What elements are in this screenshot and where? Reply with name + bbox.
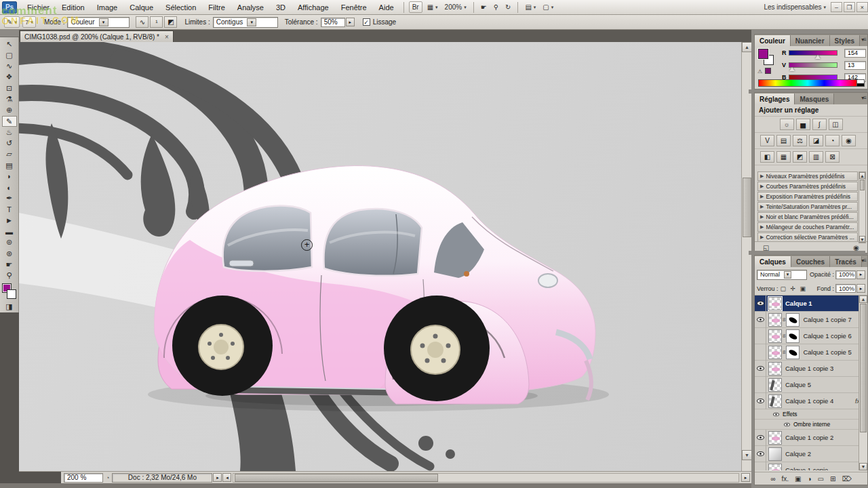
layer-row[interactable]: Calque 2 — [755, 446, 867, 462]
scroll-thumb[interactable] — [860, 180, 865, 190]
vertical-scrollbar[interactable]: ▲ ▼ — [741, 42, 751, 471]
pen-tool[interactable]: ✒ — [2, 193, 17, 204]
rotate-view-button[interactable]: ↻ — [504, 1, 512, 13]
menu-calque[interactable]: Calque — [123, 1, 159, 14]
photoshop-logo[interactable]: Ps — [2, 1, 17, 14]
adjustment-layer-icon[interactable]: ◑ — [808, 475, 812, 483]
layer-row[interactable]: Calque 1 copie 3 — [755, 361, 867, 377]
zoom-percent-input[interactable]: 200 % — [64, 473, 103, 483]
zoom-level-dropdown[interactable]: 200%▾ — [443, 1, 468, 13]
link-layers-icon[interactable]: ∞ — [770, 475, 775, 483]
visibility-toggle[interactable] — [755, 446, 766, 462]
scroll-down-icon[interactable]: ▼ — [859, 463, 867, 470]
visibility-toggle[interactable] — [755, 296, 766, 312]
add-mask-icon[interactable]: ▣ — [795, 475, 801, 483]
preset-item[interactable]: ▶Courbes Paramètres prédéfinis — [757, 182, 858, 191]
slider-marker[interactable] — [789, 67, 795, 71]
opacity-input[interactable]: 100% — [835, 270, 856, 279]
menu-fichier[interactable]: Fichier — [21, 1, 56, 14]
preset-item[interactable]: ▶Niveaux Paramètres prédéfinis — [757, 171, 858, 181]
couleur-tab-styles[interactable]: Styles — [830, 35, 860, 46]
hand-tool-button[interactable]: ☛ — [479, 1, 488, 13]
layer-thumbnail[interactable] — [768, 378, 782, 392]
spot-healing-tool[interactable]: ⊕ — [2, 105, 17, 116]
type-tool[interactable]: T — [2, 204, 17, 215]
layer-thumbnail[interactable] — [768, 447, 782, 461]
mode-select[interactable]: Couleur▾ — [67, 17, 130, 28]
restore-button[interactable]: ❐ — [844, 2, 855, 12]
scroll-up-icon[interactable]: ▲ — [742, 42, 752, 52]
screen-mode-button[interactable]: ▢▾ — [541, 1, 555, 13]
lasso-tool[interactable]: ∿ — [2, 61, 17, 72]
visibility-eye-icon[interactable] — [773, 412, 779, 416]
menu-aide[interactable]: Aide — [373, 1, 400, 14]
brightness-contrast-icon[interactable]: ☼ — [780, 119, 794, 130]
layer-row[interactable]: Calque 1 copie — [755, 462, 867, 470]
layer-row[interactable]: 8Calque 1 copie 6 — [755, 328, 867, 344]
panel-menu-icon[interactable]: ▾≡ — [861, 258, 866, 264]
preset-item[interactable]: ▶Exposition Paramètres prédéfinis — [757, 192, 858, 201]
new-layer-icon[interactable]: ⊞ — [830, 475, 835, 483]
exposure-icon[interactable]: ◫ — [829, 119, 843, 130]
path-selection-tool[interactable]: ► — [2, 215, 17, 226]
menu-fenêtre[interactable]: Fenêtre — [335, 1, 373, 14]
marquee-tool[interactable]: ▢ — [2, 49, 17, 60]
history-brush-tool[interactable]: ↺ — [2, 138, 17, 148]
horizontal-scrollbar[interactable] — [233, 473, 739, 483]
couleur-tab-couleur[interactable]: Couleur — [755, 35, 791, 46]
layer-thumbnail[interactable] — [768, 329, 782, 343]
limits-select[interactable]: Contigus▾ — [213, 17, 278, 28]
black-white-ramp[interactable] — [856, 79, 865, 87]
blur-tool[interactable]: ◗ — [2, 171, 17, 182]
black-white-icon[interactable]: ◪ — [809, 135, 823, 146]
3d-rotate-tool[interactable]: ⊚ — [2, 237, 17, 248]
dodge-tool[interactable]: ◐ — [2, 182, 17, 193]
gradient-map-icon[interactable]: ▥ — [809, 151, 823, 163]
color-balance-icon[interactable]: ⚖ — [793, 135, 807, 146]
photo-filter-icon[interactable]: ◔ — [825, 135, 840, 146]
layer-row[interactable]: Calque 5 — [755, 377, 867, 393]
layer-mask-thumbnail[interactable] — [786, 346, 800, 359]
channel-slider-r[interactable] — [789, 50, 837, 56]
scroll-down-icon[interactable]: ▼ — [742, 450, 752, 460]
selective-color-icon[interactable]: ⊠ — [825, 151, 840, 163]
slider-marker[interactable] — [815, 55, 821, 59]
layer-mask-thumbnail[interactable] — [786, 329, 800, 343]
visibility-toggle[interactable] — [755, 393, 766, 409]
hscroll-right-icon[interactable]: ▸ — [741, 473, 750, 482]
eyedropper-tool[interactable]: ⚗ — [2, 94, 17, 104]
preset-scrollbar[interactable]: ▲ ▼ — [859, 171, 866, 243]
sampling-once-icon[interactable]: ¹ — [150, 16, 163, 28]
menu-edition[interactable]: Edition — [56, 1, 91, 14]
vertical-scroll-thumb[interactable] — [743, 178, 751, 237]
layer-mask-thumbnail[interactable] — [786, 313, 800, 327]
layer-thumbnail[interactable] — [768, 394, 782, 408]
menu-sélection[interactable]: Sélection — [159, 1, 202, 14]
visibility-toggle[interactable] — [755, 344, 766, 361]
move-tool[interactable]: ↖ — [2, 39, 17, 49]
fill-input[interactable]: 100% — [835, 284, 856, 293]
channel-value-input[interactable]: 154 — [844, 49, 866, 58]
lock-buttons[interactable]: ▢ ✛ ▣ — [781, 285, 808, 292]
workspace-switcher[interactable]: Les indispensables▾ — [762, 1, 827, 13]
smoothing-checkbox[interactable]: ✓ — [363, 18, 370, 26]
visibility-toggle[interactable] — [755, 430, 766, 446]
layer-row[interactable]: Calque 1 copie 4fx ▴ — [755, 393, 867, 409]
tolerance-slider-button[interactable]: ▸ — [346, 18, 355, 26]
layer-thumbnail[interactable] — [768, 431, 782, 445]
sampling-continuous-icon[interactable]: ∿ — [136, 16, 149, 28]
fill-slider-button[interactable]: ▸ — [856, 284, 865, 293]
new-group-icon[interactable]: ▭ — [818, 475, 824, 483]
visibility-eye-icon[interactable] — [784, 422, 790, 426]
layer-thumbnail[interactable] — [768, 362, 782, 375]
channel-value-input[interactable]: 13 — [844, 61, 866, 70]
threshold-icon[interactable]: ◩ — [793, 151, 807, 163]
visibility-toggle[interactable] — [755, 312, 766, 328]
clip-adjustment-icon[interactable]: ◉ — [853, 244, 859, 251]
hue-saturation-icon[interactable]: ▤ — [776, 135, 791, 146]
color-replacement-brush-tool[interactable]: ✎ — [2, 116, 17, 127]
zoom-tool-button[interactable]: ⚲ — [492, 1, 500, 13]
opacity-slider-button[interactable]: ▸ — [856, 270, 865, 279]
switch-panel-icon[interactable]: ◱ — [763, 244, 769, 251]
visibility-toggle[interactable] — [755, 462, 766, 471]
